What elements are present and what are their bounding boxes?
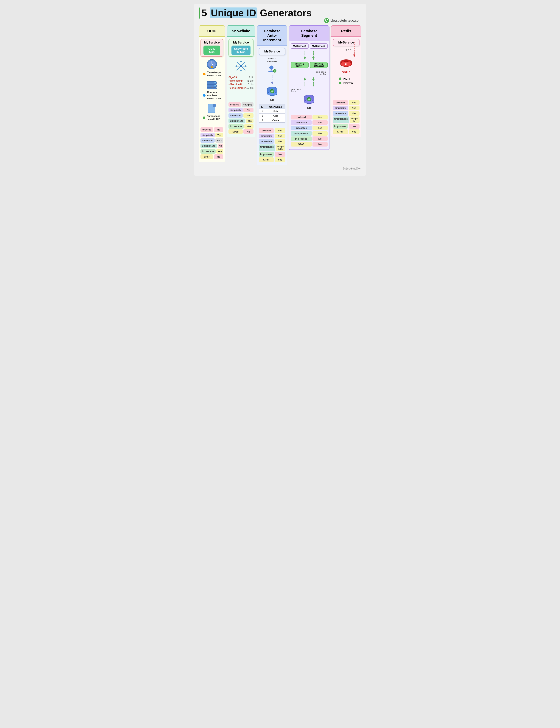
stat-value: Yes xyxy=(312,115,328,119)
db-auto-body: MyService insert anew user xyxy=(257,46,287,165)
uuid-service-box: MyService UUID Gen xyxy=(200,39,223,57)
svg-point-31 xyxy=(240,65,242,67)
stat-value: Yes pertable xyxy=(276,144,285,151)
db-auto-stats: ordered Yes simplicity Yes indexable Yes… xyxy=(259,128,285,163)
stat-row: indexable Yes xyxy=(228,113,253,118)
table-cell: 1 xyxy=(259,109,266,114)
svg-marker-50 xyxy=(312,77,315,80)
stat-row: indexable Yes xyxy=(291,126,327,130)
bit-val: 10 bits xyxy=(246,83,253,86)
bit-val: 41 bits xyxy=(246,79,253,82)
stat-label: indexable xyxy=(259,139,274,144)
uuid-item-namespace: Namespace-based UUID xyxy=(203,115,221,121)
svg-marker-37 xyxy=(271,82,273,85)
stat-value: Yes xyxy=(246,119,253,123)
title-highlight: Unique ID xyxy=(210,7,257,18)
stat-label: uniqueness xyxy=(200,144,217,148)
id-servers: ID Server1[1,1000] ID Server1[1001,2000] xyxy=(291,62,327,69)
stat-row: SPoF Yes xyxy=(259,157,285,162)
stat-row: in process No xyxy=(291,136,327,141)
stat-row: indexable Hard xyxy=(200,138,223,143)
incrby-label: INCRBY xyxy=(343,81,354,85)
stat-row: uniqueness Yes perkey xyxy=(333,116,360,123)
stat-value: No xyxy=(218,144,223,148)
table-cell: Bob xyxy=(266,109,285,114)
db-auto-header: DatabaseAuto-Increment xyxy=(257,25,287,46)
snowflake-bits: SignBit 1 bit +Timestamp 41 bits +Machin… xyxy=(228,76,253,90)
table-header-name: User Name xyxy=(266,105,285,109)
db-seg-column: DatabaseSegment MyService1 MyService2 xyxy=(289,25,329,165)
stat-row: ordered Yes xyxy=(291,115,327,119)
stat-value: Yes xyxy=(349,100,360,105)
stat-row: simplicity No xyxy=(228,108,253,112)
stat-label: SPoF xyxy=(259,157,274,162)
clock-icon: ! xyxy=(206,59,217,70)
server-icon: ? xyxy=(207,81,217,90)
stat-value: Yes xyxy=(215,133,223,137)
stat-value: Yes xyxy=(243,113,253,118)
snowflake-service-box: MyService SnowflakeID Gen xyxy=(228,39,253,57)
svg-marker-59 xyxy=(353,55,355,57)
watermark-text: 头条 @科技云Go xyxy=(343,167,361,170)
db-auto-service-box: MyService xyxy=(259,48,285,55)
uuid-dot-orange xyxy=(203,73,206,75)
uuid-column: UUID MyService UUID Gen xyxy=(199,25,225,165)
stat-label: uniqueness xyxy=(228,119,245,123)
redis-column: Redis MyService get ID xyxy=(331,25,361,165)
stat-label: in process xyxy=(228,124,244,129)
uuid-icons: ! Timestamp-based UUID xyxy=(200,59,223,124)
stat-row: in process No xyxy=(333,124,360,129)
redis-icon-area: ⊕ redis xyxy=(340,58,353,74)
uuid-item-random: Randomnumber-based UUID xyxy=(203,91,221,100)
svg-point-32 xyxy=(270,66,273,69)
seg-arrow-3 xyxy=(303,77,306,86)
db-seg-service1: MyService1 xyxy=(291,43,309,49)
bit-label: +MachineID xyxy=(228,83,242,86)
snowflake-gen-box: SnowflakeID Gen xyxy=(231,46,251,55)
main-grid: UUID MyService UUID Gen xyxy=(199,25,361,165)
svg-marker-47 xyxy=(312,57,315,60)
svg-marker-45 xyxy=(304,57,306,60)
db-seg-stats: ordered Yes simplicity No indexable Yes … xyxy=(291,115,327,147)
stat-value: No xyxy=(243,129,254,134)
seg-arrows-1 xyxy=(291,51,327,60)
db-seg-services: MyService1 MyService2 xyxy=(291,43,327,49)
stat-value: Yes xyxy=(275,139,285,144)
stat-row: uniqueness Yes pertable xyxy=(259,144,285,151)
uuid-dot-green xyxy=(203,116,205,119)
redis-commands: INCR INCRBY xyxy=(339,77,354,85)
db-seg-body: MyService1 MyService2 ID Ser xyxy=(289,41,329,150)
bit-row: +Timestamp 41 bits xyxy=(228,79,253,82)
stat-label: in process xyxy=(259,152,274,157)
svg-point-12 xyxy=(214,85,216,86)
stat-label: simplicity xyxy=(291,120,312,125)
stat-label: uniqueness xyxy=(259,144,275,151)
redis-text: redis xyxy=(340,70,353,74)
stat-value: Yes xyxy=(312,131,328,136)
snowflake-diagram: SignBit 1 bit +Timestamp 41 bits +Machin… xyxy=(228,59,253,90)
stat-row: SPoF No xyxy=(291,142,327,147)
table-row: 1 Bob xyxy=(259,109,285,114)
bit-row: SignBit 1 bit xyxy=(228,76,253,79)
stat-label: simplicity xyxy=(259,134,274,138)
uuid-gen-box: UUID Gen xyxy=(203,46,220,55)
svg-marker-48 xyxy=(304,77,306,80)
stat-value: No xyxy=(349,124,360,129)
stat-label: ordered xyxy=(200,127,213,132)
id-server-2: ID Server1[1001,2000] xyxy=(310,62,328,68)
seg-arrow-2 xyxy=(312,51,315,60)
bit-row: +SerialNumber 12 bits xyxy=(228,86,253,89)
brand-text: blog.bytebytego.com xyxy=(330,19,361,23)
stat-label: ordered xyxy=(291,115,312,119)
brand-icon xyxy=(324,18,329,23)
redis-incrby-item: INCRBY xyxy=(339,81,354,85)
stat-row: indexable Yes xyxy=(333,111,360,116)
get-id-label: get ID xyxy=(346,48,352,51)
db-seg-header: DatabaseSegment xyxy=(289,25,329,41)
stat-label: in process xyxy=(200,149,216,154)
table-cell: Alice xyxy=(266,114,285,118)
stat-row: uniqueness Yes xyxy=(228,119,253,123)
seg-arrow-1 xyxy=(303,51,306,60)
brand: blog.bytebytego.com xyxy=(199,18,361,23)
db-icon xyxy=(267,87,278,97)
